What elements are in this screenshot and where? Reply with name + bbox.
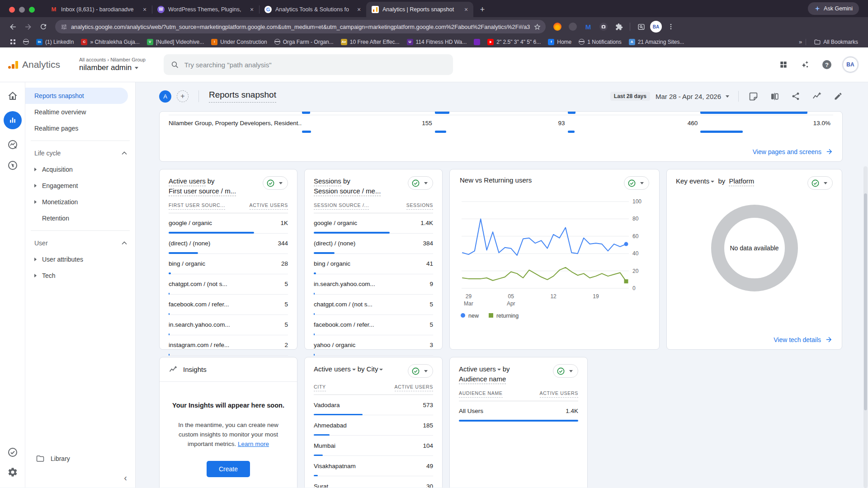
dimension-selector[interactable]: Platform	[729, 177, 754, 186]
bookmark-item[interactable]: Ae10 Free After Effec...	[337, 39, 403, 45]
sidebar-item-tech[interactable]: Tech	[25, 267, 135, 284]
learn-more-link[interactable]: Learn more	[238, 441, 269, 447]
status-badge[interactable]	[408, 176, 433, 190]
browser-profile-avatar[interactable]: BA	[650, 21, 662, 33]
insights-icon[interactable]	[812, 91, 822, 101]
chevron-up-icon[interactable]	[122, 241, 127, 245]
reload-button[interactable]	[37, 20, 50, 33]
sidebar-section-user[interactable]: User	[25, 235, 135, 251]
status-badge[interactable]	[624, 176, 649, 190]
back-button[interactable]	[6, 20, 19, 33]
sidebar-item-realtime-pages[interactable]: Realtime pages	[25, 120, 128, 136]
sidebar-item-realtime-overview[interactable]: Realtime overview	[25, 104, 128, 120]
column-header-metric[interactable]: SESSIONS	[406, 202, 433, 210]
bookmark-item[interactable]: U114 Fitness HD Wa...	[403, 39, 471, 45]
extension-flame-icon[interactable]	[551, 20, 564, 33]
bookmarks-overflow-button[interactable]: »	[799, 38, 801, 45]
bookmark-item[interactable]: !Under Construction	[208, 39, 270, 45]
ga-search-bar[interactable]	[164, 54, 453, 75]
ask-gemini-button[interactable]: Ask Gemini	[808, 2, 859, 15]
expand-caret-icon[interactable]	[34, 168, 37, 171]
bookmark-item[interactable]: in(1) LinkedIn	[33, 39, 77, 45]
column-header-metric[interactable]: ACTIVE USERS	[395, 384, 433, 391]
new-tab-button[interactable]: +	[476, 3, 489, 16]
date-range-value[interactable]: Mar 28 - Apr 24, 2026	[656, 93, 721, 100]
expand-caret-icon[interactable]	[34, 258, 37, 261]
sidebar-item-user-attributes[interactable]: User attributes	[25, 251, 135, 267]
bookmark-item[interactable]	[19, 39, 33, 45]
site-settings-icon[interactable]	[61, 23, 67, 30]
browser-tab[interactable]: GAnalytics Tools & Solutions fo×	[259, 2, 366, 17]
metric-selector[interactable]: Key events	[676, 177, 714, 185]
expand-caret-icon[interactable]	[34, 184, 37, 188]
card-title-text[interactable]: Active users	[169, 177, 206, 186]
analytics-logo-icon[interactable]	[8, 61, 18, 69]
browser-tab[interactable]: WWordPress Themes, Plugins,×	[152, 2, 259, 17]
user-avatar[interactable]: BA	[843, 57, 858, 72]
sidebar-item-reports-snapshot[interactable]: Reports snapshot	[25, 88, 128, 104]
tab-search-icon[interactable]	[635, 20, 647, 33]
bookmark-item[interactable]: 2" 2.5" 3" 4" 5" 6...	[484, 39, 544, 45]
extension-disabled-icon[interactable]	[566, 20, 579, 33]
status-badge[interactable]	[408, 364, 433, 378]
gemini-sparkle-icon[interactable]	[799, 59, 811, 70]
status-badge[interactable]	[807, 176, 833, 190]
column-header-dimension[interactable]: AUDIENCE NAME	[459, 390, 503, 398]
home-icon[interactable]	[7, 90, 18, 101]
extensions-puzzle-icon[interactable]	[613, 20, 625, 33]
tab-close-icon[interactable]: ×	[462, 6, 470, 13]
expand-caret-icon[interactable]	[34, 200, 37, 204]
card-title-text[interactable]: First user source / m...	[169, 187, 236, 196]
page-scrollbar[interactable]	[863, 166, 868, 488]
column-header-metric[interactable]: ACTIVE USERS	[540, 390, 578, 398]
date-range-caret-icon[interactable]	[726, 95, 729, 98]
report-badge[interactable]: A	[159, 90, 171, 103]
reports-nav-icon[interactable]	[4, 111, 22, 129]
view-pages-and-screens-link[interactable]: View pages and screens	[753, 148, 833, 155]
scrollbar-thumb[interactable]	[864, 193, 867, 410]
collapse-sidebar-icon[interactable]: ‹	[124, 473, 127, 483]
bookmark-star-icon[interactable]	[533, 23, 541, 31]
tab-close-icon[interactable]: ×	[355, 6, 363, 13]
card-title-text[interactable]: Audience name	[459, 375, 506, 384]
window-maximize-button[interactable]	[29, 7, 35, 13]
column-header-dimension[interactable]: SESSION SOURCE /...	[314, 202, 369, 210]
help-icon[interactable]: ?	[821, 59, 833, 70]
extension-camera-icon[interactable]	[597, 20, 610, 33]
browser-tab[interactable]: Analytics | Reports snapshot×	[366, 2, 473, 17]
card-title-text[interactable]: Session source / me...	[314, 187, 381, 196]
account-switcher[interactable]: All accounts › Nilamber Group nilamber a…	[79, 57, 146, 72]
extension-m-icon[interactable]: M	[582, 20, 594, 33]
view-tech-details-link[interactable]: View tech details	[774, 336, 833, 343]
sidebar-item-engagement[interactable]: Engagement	[25, 178, 135, 194]
share-icon[interactable]	[791, 92, 800, 101]
settings-gear-icon[interactable]	[7, 467, 18, 478]
edit-icon[interactable]	[834, 92, 843, 101]
search-input[interactable]	[184, 61, 446, 69]
create-insight-button[interactable]: Create	[207, 461, 250, 477]
column-header-dimension[interactable]: CITY	[314, 384, 326, 391]
column-header-dimension[interactable]: FIRST USER SOURC...	[169, 202, 225, 210]
column-header-metric[interactable]: ACTIVE USERS	[250, 202, 288, 210]
all-bookmarks-button[interactable]: All Bookmarks	[811, 39, 862, 45]
sidebar-item-acquisition[interactable]: Acquisition	[25, 161, 135, 178]
sidebar-item-library[interactable]: Library	[25, 450, 135, 468]
notes-icon[interactable]	[749, 92, 758, 101]
bookmark-item[interactable]: C» Chitralekha Guja...	[77, 39, 143, 45]
comparison-icon[interactable]	[770, 92, 779, 101]
bookmark-item[interactable]: 1 Notifications	[575, 39, 625, 45]
diagnostics-check-icon[interactable]	[7, 447, 18, 458]
apps-grid-icon[interactable]	[778, 59, 789, 70]
tab-close-icon[interactable]: ×	[141, 6, 148, 13]
expand-caret-icon[interactable]	[34, 274, 37, 277]
tab-close-icon[interactable]: ×	[248, 6, 255, 13]
sidebar-item-monetization[interactable]: Monetization	[25, 194, 135, 210]
status-badge[interactable]	[553, 364, 578, 378]
chevron-up-icon[interactable]	[122, 151, 127, 155]
add-comparison-button[interactable]: +	[177, 90, 189, 102]
card-title-text[interactable]: Sessions	[314, 177, 341, 186]
card-title-text[interactable]: Active users	[314, 365, 356, 373]
bookmark-item[interactable]: A21 Amazing Sites...	[625, 39, 688, 45]
forward-button[interactable]	[22, 20, 34, 33]
explore-nav-icon[interactable]	[7, 139, 18, 150]
